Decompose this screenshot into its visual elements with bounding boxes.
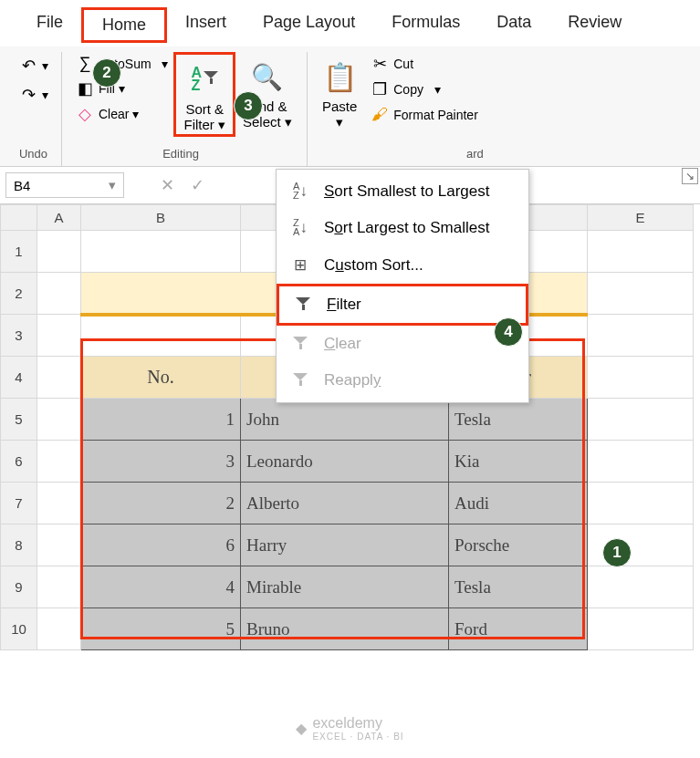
row-header[interactable]: 6 [1, 441, 37, 483]
table-cell[interactable]: 4 [81, 566, 241, 608]
table-cell[interactable]: Audi [449, 483, 588, 524]
group-label-editing: Editing [162, 147, 199, 161]
row-header[interactable]: 4 [1, 357, 37, 399]
table-cell[interactable]: Harry [241, 524, 449, 566]
chevron-down-icon: ▾ [42, 58, 48, 73]
menu-sort-desc[interactable]: ZA↓ Sort Largest to Smallest [277, 210, 528, 246]
callout-badge-2: 2 [92, 58, 121, 88]
confirm-formula-icon[interactable]: ✓ [191, 175, 204, 195]
chevron-down-icon: ▾ [162, 57, 168, 71]
custom-sort-icon: ⊞ [289, 255, 311, 275]
brush-icon: 🖌 [370, 105, 390, 124]
tab-formulas[interactable]: Formulas [373, 7, 478, 43]
chevron-down-icon: ▾ [285, 114, 292, 130]
watermark: ◆ exceldemyEXCEL · DATA · BI [296, 715, 403, 742]
tab-data[interactable]: Data [478, 7, 549, 43]
table-cell[interactable]: Leonardo [241, 441, 449, 483]
group-label-undo: Undo [19, 147, 47, 161]
group-undo: ↶▾ ↷▾ Undo [5, 52, 62, 166]
row-header[interactable]: 10 [1, 608, 37, 650]
filter-icon [292, 297, 314, 312]
copy-icon: ❐ [370, 79, 390, 99]
col-header-b[interactable]: B [81, 205, 241, 231]
menu-filter[interactable]: Filter [277, 284, 528, 326]
table-cell[interactable]: Tesla [449, 399, 588, 441]
ribbon-tabs: File Home Insert Page Layout Formulas Da… [0, 0, 700, 47]
autosum-button[interactable]: ∑AutoSum ▾ [75, 54, 168, 73]
menu-custom-sort[interactable]: ⊞ Custom Sort... [277, 246, 528, 284]
sort-filter-icon: AZ [191, 58, 218, 100]
table-cell[interactable]: Ford [449, 608, 588, 650]
menu-clear: Clear [277, 326, 528, 362]
table-cell[interactable]: 6 [81, 524, 241, 566]
undo-button[interactable]: ↶▾ [18, 54, 48, 78]
chevron-down-icon: ▾ [218, 117, 225, 132]
dialog-launcher-icon[interactable]: ↘ [682, 168, 698, 184]
table-cell[interactable]: Alberto [241, 483, 449, 524]
redo-icon: ↷ [18, 85, 38, 105]
table-cell[interactable]: John [241, 399, 449, 441]
table-cell[interactable]: Mirable [241, 566, 449, 608]
row-header[interactable]: 7 [1, 483, 37, 524]
row-header[interactable]: 3 [1, 315, 37, 357]
table-cell[interactable]: Bruno [241, 608, 449, 650]
table-cell[interactable]: Kia [449, 441, 588, 483]
eraser-icon: ◇ [75, 104, 95, 124]
col-header-e[interactable]: E [588, 205, 694, 231]
menu-sort-asc[interactable]: AZ↓ Sort Smallest to Largest [277, 173, 528, 210]
callout-badge-1: 1 [602, 538, 632, 567]
row-header[interactable]: 2 [1, 273, 37, 315]
row-header[interactable]: 9 [1, 566, 37, 608]
reapply-icon [289, 373, 311, 388]
row-header[interactable]: 8 [1, 524, 37, 566]
row-header[interactable]: 1 [1, 231, 37, 273]
table-cell[interactable]: 5 [81, 608, 241, 650]
chevron-down-icon: ▾ [336, 114, 343, 130]
undo-icon: ↶ [18, 56, 38, 76]
sort-filter-menu: AZ↓ Sort Smallest to Largest ZA↓ Sort La… [276, 169, 529, 403]
paste-icon: 📋 [323, 56, 357, 98]
tab-pagelayout[interactable]: Page Layout [245, 7, 373, 43]
row-header[interactable]: 5 [1, 399, 37, 441]
redo-button[interactable]: ↷▾ [18, 83, 48, 107]
copy-button[interactable]: ❐Copy ▾ [370, 79, 478, 99]
col-header-a[interactable]: A [37, 205, 81, 231]
chevron-down-icon: ▾ [119, 81, 125, 96]
group-clipboard: 📋 Paste▾ ✂Cut ❐Copy ▾ 🖌Format Painter ar… [308, 52, 491, 166]
name-box[interactable]: B4▾ [5, 172, 124, 198]
chevron-down-icon: ▾ [434, 82, 441, 97]
group-label-clipboard: ard [466, 147, 484, 161]
search-icon: 🔍 [251, 56, 283, 98]
table-cell[interactable]: 1 [81, 399, 241, 441]
tab-home[interactable]: Home [81, 7, 167, 43]
sort-asc-icon: AZ↓ [289, 182, 311, 201]
cut-icon: ✂ [370, 54, 390, 74]
select-all-corner[interactable] [1, 205, 37, 231]
chevron-down-icon: ▾ [42, 88, 48, 102]
table-cell[interactable]: Tesla [449, 566, 588, 608]
clear-button[interactable]: ◇Clear▾ [75, 104, 168, 124]
table-header-no[interactable]: No. [81, 357, 241, 399]
format-painter-button[interactable]: 🖌Format Painter [370, 105, 478, 124]
table-cell[interactable]: Porsche [449, 524, 588, 566]
table-cell[interactable]: 2 [81, 483, 241, 524]
fill-icon: ◧ [75, 78, 95, 99]
chevron-down-icon: ▾ [132, 107, 139, 121]
logo-icon: ◆ [296, 720, 307, 737]
clear-filter-icon [289, 337, 311, 351]
callout-badge-4: 4 [494, 317, 523, 347]
sort-desc-icon: ZA↓ [289, 219, 311, 237]
cut-button[interactable]: ✂Cut [370, 54, 478, 74]
tab-insert[interactable]: Insert [167, 7, 245, 43]
table-cell[interactable]: 3 [81, 441, 241, 483]
paste-button[interactable]: 📋 Paste▾ [315, 52, 364, 131]
chevron-down-icon: ▾ [109, 177, 116, 193]
cancel-formula-icon[interactable]: ✕ [161, 175, 174, 195]
sort-filter-button[interactable]: AZ Sort &Filter ▾ [173, 52, 235, 137]
menu-reapply: Reapply [277, 362, 528, 399]
callout-badge-3: 3 [234, 91, 263, 120]
tab-file[interactable]: File [18, 7, 81, 43]
tab-review[interactable]: Review [549, 7, 640, 43]
fill-button[interactable]: ◧Fill▾ [75, 78, 168, 99]
